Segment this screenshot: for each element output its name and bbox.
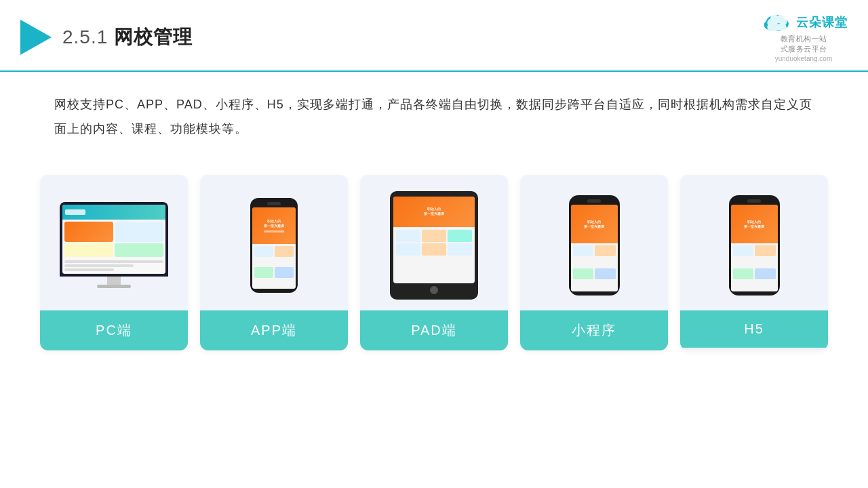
pc-screen-inner	[62, 205, 165, 274]
tablet-mockup: 职达人的第一堂兴趣课	[390, 191, 478, 300]
page-title: 2.5.1 网校管理	[62, 24, 193, 50]
header: 2.5.1 网校管理 云朵课堂 教育机构一站 式服务云平台 yunduoketa…	[0, 0, 868, 72]
card-miniprogram-image: 职达人的第一堂兴趣课	[520, 175, 668, 310]
tablet-card-2	[422, 230, 446, 242]
card-pc-label: PC端	[40, 310, 188, 350]
cloud-svg-icon	[760, 12, 792, 33]
pc-mockup	[60, 202, 168, 288]
brand-url: yunduoketang.com	[775, 55, 833, 62]
tablet-card-1	[396, 230, 420, 242]
tablet-card-6	[448, 243, 472, 256]
svg-rect-9	[767, 24, 786, 30]
card-app-image: 职达人的第一堂兴趣课	[200, 175, 348, 310]
card-pad-label: PAD端	[360, 310, 508, 350]
card-pad: 职达人的第一堂兴趣课 PAD端	[360, 175, 508, 350]
title-chinese: 网校管理	[114, 26, 193, 47]
header-right: 云朵课堂 教育机构一站 式服务云平台 yunduoketang.com	[760, 12, 848, 62]
phone-notch	[267, 202, 281, 205]
logo-triangle-icon	[20, 20, 52, 55]
tablet-card-4	[396, 243, 420, 256]
pc-stand	[107, 277, 121, 285]
header-left: 2.5.1 网校管理	[20, 20, 193, 55]
card-h5-image: 职达人的第一堂兴趣课	[680, 175, 828, 310]
tablet-card-5	[422, 243, 446, 256]
card-h5-label: H5	[680, 310, 828, 348]
tablet-screen: 职达人的第一堂兴趣课	[393, 197, 475, 283]
card-app-label: APP端	[200, 310, 348, 350]
card-app: 职达人的第一堂兴趣课 APP端	[200, 175, 348, 350]
title-number: 2.5.1	[62, 26, 108, 47]
tablet-top-bar: 职达人的第一堂兴趣课	[393, 197, 475, 227]
phone-h5-screen: 职达人的第一堂兴趣课	[731, 205, 778, 291]
tablet-content-grid	[393, 227, 475, 258]
pc-screen-outer	[60, 202, 168, 277]
brand-name: 云朵课堂	[796, 14, 848, 30]
card-pad-image: 职达人的第一堂兴趣课	[360, 175, 508, 310]
cards-container: PC端 职达人的第一堂兴趣课	[0, 161, 868, 350]
description-text: 网校支持PC、APP、PAD、小程序、H5，实现多端打通，产品各终端自由切换，数…	[0, 72, 868, 155]
brand-subtitle: 教育机构一站 式服务云平台	[781, 34, 827, 55]
cloud-logo: 云朵课堂	[760, 12, 848, 33]
phone-mini-screen: 职达人的第一堂兴趣课	[571, 205, 618, 291]
tablet-home-btn	[430, 286, 438, 294]
phone-app-mockup: 职达人的第一堂兴趣课	[250, 198, 298, 293]
phone-miniprogram-mockup: 职达人的第一堂兴趣课	[569, 195, 620, 296]
card-miniprogram: 职达人的第一堂兴趣课 小程序	[520, 175, 668, 350]
card-miniprogram-label: 小程序	[520, 310, 668, 350]
phone-h5-mockup: 职达人的第一堂兴趣课	[729, 195, 780, 296]
phone-screen: 职达人的第一堂兴趣课	[252, 207, 296, 289]
phone-notch-mini	[587, 199, 601, 203]
card-pc-image	[40, 175, 188, 310]
card-pc: PC端	[40, 175, 188, 350]
phone-notch-h5	[747, 199, 761, 203]
pc-base	[97, 285, 131, 288]
tablet-card-3	[448, 230, 472, 242]
card-h5: 职达人的第一堂兴趣课 H5	[680, 175, 828, 350]
